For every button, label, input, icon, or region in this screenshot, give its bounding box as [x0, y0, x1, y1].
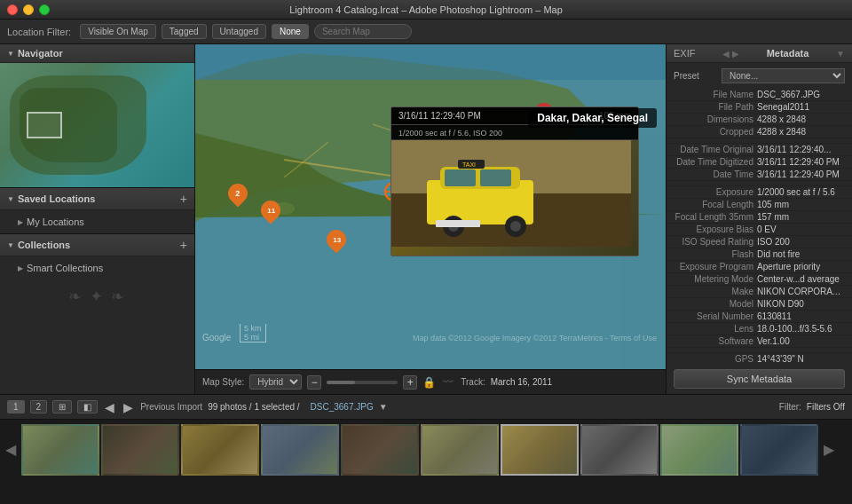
meta-key-model: Model: [674, 299, 753, 309]
preset-row: Preset None...: [667, 67, 852, 85]
collections-title: Collections: [18, 240, 70, 250]
navigator-map[interactable]: [0, 63, 195, 187]
prev-arrow-icon[interactable]: ◀: [103, 400, 116, 414]
filter-tagged[interactable]: Tagged: [162, 24, 207, 39]
maximize-button[interactable]: [39, 4, 50, 15]
filter-right-label: Filter:: [779, 402, 801, 412]
filter-value[interactable]: Filters Off: [807, 402, 845, 412]
search-map-input[interactable]: [314, 24, 412, 39]
nav-mode-compare[interactable]: ◧: [77, 400, 98, 413]
previous-import-label: Previous Import: [140, 402, 202, 412]
collections-section: ▼ Collections + ▶ Smart Collections ❧ ✦ …: [0, 234, 194, 394]
filmstrip-thumb-8[interactable]: [580, 424, 659, 476]
filter-untagged[interactable]: Untagged: [212, 24, 266, 39]
smart-collections-item[interactable]: ▶ Smart Collections: [0, 260, 194, 276]
close-button[interactable]: [7, 4, 18, 15]
zoom-slider[interactable]: [327, 381, 398, 384]
track-date: March 16, 2011: [491, 377, 553, 387]
collections-toggle-icon: ▼: [7, 241, 14, 249]
current-filename[interactable]: DSC_3667.JPG: [311, 402, 374, 412]
meta-key-focal35: Focal Length 35mm: [674, 212, 753, 222]
location-filter-label: Location Filter:: [7, 27, 71, 37]
exif-title: EXIF: [674, 48, 695, 59]
bottom-bar: 1 2 ⊞ ◧ ◀ ▶ Previous Import 99 photos / …: [0, 394, 852, 419]
lock-icon[interactable]: 🔒: [422, 376, 436, 389]
nav-mode-1[interactable]: 1: [7, 400, 25, 413]
meta-row-software: Software Ver.1.00: [667, 335, 852, 348]
filename-dropdown-icon[interactable]: ▼: [379, 402, 388, 412]
saved-locations-title: Saved Locations: [18, 193, 95, 204]
thumb-image-5: [343, 426, 417, 474]
preset-select[interactable]: None...: [722, 68, 845, 83]
map-controls: Map Style: Hybrid − + 🔒 〰 Track: March 1…: [195, 369, 666, 394]
collections-content: ▶ Smart Collections: [0, 256, 194, 280]
metadata-dropdown-icon[interactable]: ▼: [836, 49, 845, 59]
saved-locations-header[interactable]: ▼ Saved Locations +: [0, 188, 194, 210]
filmstrip-right-arrow-icon[interactable]: ▶: [820, 441, 838, 458]
meta-val-flash: Did not fire: [757, 249, 845, 259]
map-area[interactable]: 2 11 12 13 Dakar, Dakar, Senegal: [195, 44, 666, 394]
collections-add-button[interactable]: +: [180, 238, 187, 252]
filmstrip-thumb-7[interactable]: [501, 424, 579, 476]
meta-row-filepath: File Path Senegal2011: [667, 101, 852, 114]
map-style-select[interactable]: Hybrid: [249, 374, 302, 390]
thumb-image-9: [662, 426, 737, 474]
filmstrip-thumb-4[interactable]: [261, 424, 339, 476]
meta-row-iso: ISO Speed Rating ISO 200: [667, 236, 852, 248]
zoom-in-button[interactable]: +: [403, 375, 417, 390]
next-arrow-icon[interactable]: ▶: [122, 400, 135, 414]
window-title: Lightroom 4 Catalog.lrcat – Adobe Photos…: [289, 4, 563, 15]
window-controls: [7, 4, 50, 15]
collections-header[interactable]: ▼ Collections +: [0, 234, 194, 256]
filmstrip-left-arrow-icon[interactable]: ◀: [2, 441, 20, 458]
meta-val-dt-digitized: 3/16/11 12:29:40 PM: [757, 157, 845, 167]
exif-metadata-header: EXIF ◀ ▶ Metadata ▼: [667, 44, 852, 63]
meta-row-model: Model NIKON D90: [667, 298, 852, 311]
popup-image: TAXI: [391, 140, 638, 256]
meta-val-software: Ver.1.00: [757, 336, 845, 346]
nav-mode-grid[interactable]: ⊞: [52, 400, 72, 413]
saved-locations-toggle-icon: ▼: [7, 195, 14, 203]
meta-row-dt-digitized: Date Time Digitized 3/16/11 12:29:40 PM: [667, 156, 852, 169]
meta-key-focal: Focal Length: [674, 200, 753, 209]
filmstrip-thumb-10[interactable]: [740, 424, 818, 476]
panel-ornament: ❧ ✦ ❧: [0, 280, 194, 313]
meta-row-dt-original: Date Time Original 3/16/11 12:29:40...: [667, 144, 852, 156]
filmstrip-thumb-2[interactable]: [101, 424, 179, 476]
filmstrip: ◀ ▶: [0, 419, 852, 479]
panel-toggle-icon[interactable]: ◀ ▶: [722, 49, 739, 59]
filter-none[interactable]: None: [272, 24, 309, 39]
my-locations-item[interactable]: ▶ My Locations: [0, 214, 194, 230]
filmstrip-thumb-3[interactable]: [181, 424, 259, 476]
zoom-slider-fill: [327, 381, 355, 384]
navigator-header[interactable]: ▼ Navigator: [0, 44, 194, 63]
thumb-image-6: [422, 426, 497, 474]
meta-key-exp-prog: Exposure Program: [674, 262, 753, 272]
nav-mode-2[interactable]: 2: [30, 400, 48, 413]
filmstrip-thumb-6[interactable]: [421, 424, 499, 476]
filter-visible-on-map[interactable]: Visible On Map: [80, 24, 156, 39]
title-bar: Lightroom 4 Catalog.lrcat – Adobe Photos…: [0, 0, 852, 20]
photo-count-label: 99 photos / 1 selected /: [208, 402, 299, 412]
meta-key-dt-original: Date Time Original: [674, 145, 753, 154]
meta-val-make: NIKON CORPORATION: [757, 287, 845, 296]
meta-key-make: Make: [674, 287, 753, 296]
meta-key-filepath: File Path: [674, 102, 753, 112]
meta-row-exposure: Exposure 1/2000 sec at f / 5.6: [667, 186, 852, 199]
filmstrip-thumb-1[interactable]: [21, 424, 99, 476]
meta-key-dimensions: Dimensions: [674, 114, 753, 124]
sync-metadata-button[interactable]: Sync Metadata: [674, 369, 845, 389]
zoom-out-button[interactable]: −: [307, 375, 321, 390]
meta-val-exposure: 1/2000 sec at f / 5.6: [757, 187, 845, 197]
meta-key-dt-digitized: Date Time Digitized: [674, 157, 753, 167]
saved-locations-section: ▼ Saved Locations + ▶ My Locations: [0, 188, 194, 234]
popup-time: 3/16/11 12:29:40 PM: [398, 111, 481, 121]
filmstrip-thumb-9[interactable]: [660, 424, 738, 476]
saved-locations-add-button[interactable]: +: [180, 192, 187, 206]
minimize-button[interactable]: [23, 4, 34, 15]
meta-val-focal: 105 mm: [757, 200, 845, 209]
navigator-viewport-box: [27, 112, 62, 138]
meta-row-exp-bias: Exposure Bias 0 EV: [667, 224, 852, 236]
filmstrip-thumb-5[interactable]: [341, 424, 419, 476]
track-label: Track:: [461, 377, 485, 387]
